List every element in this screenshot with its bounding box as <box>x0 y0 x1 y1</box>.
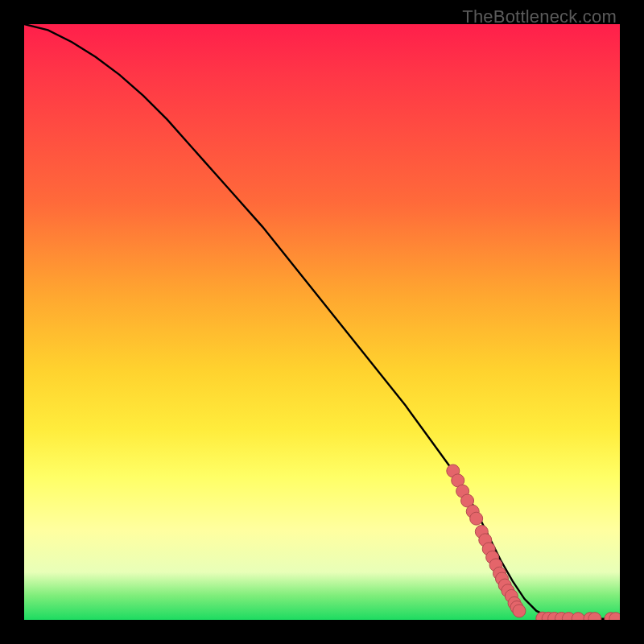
curve-line <box>24 24 620 619</box>
data-marker <box>513 605 526 617</box>
watermark: TheBottleneck.com <box>462 6 617 27</box>
data-marker <box>572 613 584 620</box>
chart-svg <box>24 24 620 620</box>
chart-container: TheBottleneck.com <box>0 0 644 644</box>
data-markers <box>447 464 620 620</box>
data-marker <box>470 512 483 525</box>
